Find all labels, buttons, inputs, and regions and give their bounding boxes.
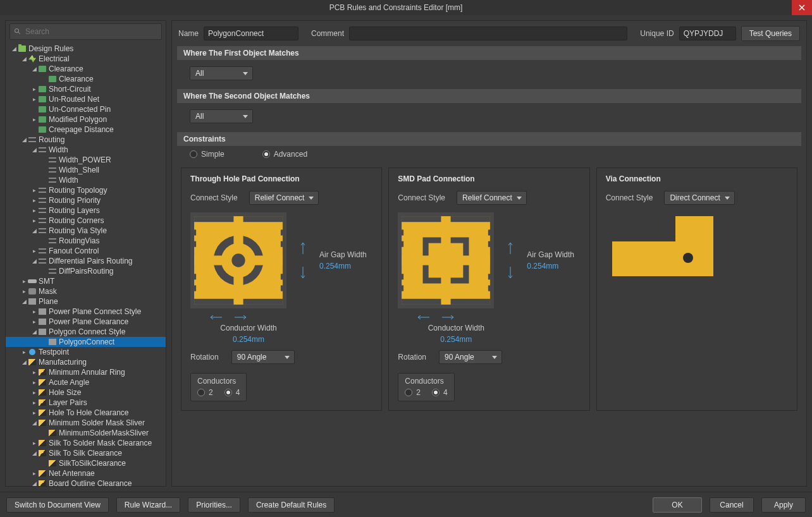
collapse-icon[interactable]: ▸ <box>31 399 37 406</box>
expand-icon[interactable]: ◢ <box>31 228 37 234</box>
tree-item[interactable]: ◢Clearance <box>6 64 166 74</box>
tree-item[interactable]: ▸Power Plane Clearance <box>6 317 166 327</box>
tree-item[interactable]: Creepage Distance <box>6 125 166 135</box>
collapse-icon[interactable]: ▸ <box>31 369 37 375</box>
expand-icon[interactable]: ◢ <box>31 66 37 72</box>
tree-item[interactable]: ◢Manufacturing <box>6 357 166 367</box>
tree-item[interactable]: ◢Plane <box>6 296 166 307</box>
expand-icon[interactable]: ◢ <box>31 258 37 264</box>
tree-item[interactable]: ◢Routing <box>6 135 166 145</box>
tree-item[interactable]: ◢Design Rules <box>6 44 166 54</box>
test-queries-button[interactable]: Test Queries <box>741 26 800 41</box>
expand-icon[interactable]: ◢ <box>21 137 27 143</box>
air-gap-value[interactable]: 0.254mm <box>527 262 574 271</box>
mode-simple-radio[interactable]: Simple <box>190 150 225 159</box>
priorities-button[interactable]: Priorities... <box>188 497 240 513</box>
tree-item[interactable]: DiffPairsRouting <box>6 266 166 276</box>
th-conductors-2-radio[interactable]: 2 <box>197 388 213 397</box>
tree-item[interactable]: Width <box>6 175 166 185</box>
collapse-icon[interactable]: ▸ <box>31 86 37 92</box>
tree-item[interactable]: PolygonConnect <box>6 337 166 347</box>
collapse-icon[interactable]: ▸ <box>31 440 37 446</box>
conductor-width-value[interactable]: 0.254mm <box>440 335 472 344</box>
tree-item[interactable]: ▸Routing Priority <box>6 195 166 205</box>
uniqueid-field[interactable] <box>679 27 736 40</box>
collapse-icon[interactable]: ▸ <box>31 389 37 396</box>
comment-field[interactable] <box>349 27 627 40</box>
conductor-width-value[interactable]: 0.254mm <box>233 335 264 344</box>
tree-item[interactable]: ◢Polygon Connect Style <box>6 327 166 337</box>
th-connect-style-dropdown[interactable]: Relief Connect <box>249 191 319 205</box>
tree-item[interactable]: Width_POWER <box>6 155 166 165</box>
tree-item[interactable]: ▸SMT <box>6 276 166 286</box>
tree-item[interactable]: ▸Short-Circuit <box>6 84 166 94</box>
tree-item[interactable]: ◢Silk To Silk Clearance <box>6 448 166 458</box>
tree-item[interactable]: ▸Modified Polygon <box>6 114 166 125</box>
tree-item[interactable]: ◢Differential Pairs Routing <box>6 256 166 266</box>
tree-item[interactable]: SilkToSilkClearance <box>6 458 166 468</box>
tree-item[interactable]: ◢Routing Via Style <box>6 226 166 236</box>
via-connect-style-dropdown[interactable]: Direct Connect <box>664 191 734 205</box>
collapse-icon[interactable]: ▸ <box>21 278 27 284</box>
tree-item[interactable]: ◢Width <box>6 145 166 155</box>
smd-conductors-2-radio[interactable]: 2 <box>405 388 421 397</box>
collapse-icon[interactable]: ▸ <box>21 288 27 295</box>
mode-advanced-radio[interactable]: Advanced <box>262 150 307 159</box>
tree-item[interactable]: ▸Layer Pairs <box>6 398 166 408</box>
expand-icon[interactable]: ◢ <box>21 359 27 365</box>
collapse-icon[interactable]: ▸ <box>31 217 37 224</box>
collapse-icon[interactable]: ▸ <box>31 379 37 386</box>
expand-icon[interactable]: ◢ <box>11 46 17 52</box>
tree-item[interactable]: ▸Un-Routed Net <box>6 94 166 104</box>
collapse-icon[interactable]: ▸ <box>31 116 37 123</box>
cancel-button[interactable]: Cancel <box>710 497 754 513</box>
search-input[interactable] <box>25 27 157 36</box>
tree-item[interactable]: ▸Routing Layers <box>6 205 166 216</box>
create-default-rules-button[interactable]: Create Default Rules <box>248 497 335 513</box>
close-button[interactable] <box>792 0 812 15</box>
smd-rotation-dropdown[interactable]: 90 Angle <box>439 350 502 364</box>
tree-item[interactable]: ▸Routing Topology <box>6 185 166 195</box>
tree-item[interactable]: ▸Fanout Control <box>6 246 166 256</box>
tree-item[interactable]: ▸Silk To Solder Mask Clearance <box>6 438 166 448</box>
tree-item[interactable]: Clearance <box>6 74 166 84</box>
tree-item[interactable]: ◢Board Outline Clearance <box>6 478 166 486</box>
th-conductors-4-radio[interactable]: 4 <box>225 388 240 397</box>
tree-item[interactable]: RoutingVias <box>6 236 166 246</box>
collapse-icon[interactable]: ▸ <box>31 197 37 204</box>
smd-connect-style-dropdown[interactable]: Relief Connect <box>457 191 527 205</box>
first-match-scope-dropdown[interactable]: All <box>190 66 253 80</box>
tree-item[interactable]: MinimumSolderMaskSliver <box>6 428 166 438</box>
tree-item[interactable]: ▸Acute Angle <box>6 377 166 387</box>
expand-icon[interactable]: ◢ <box>31 147 37 153</box>
tree-item[interactable]: ▸Minimum Annular Ring <box>6 367 166 377</box>
collapse-icon[interactable]: ▸ <box>31 207 37 214</box>
second-match-scope-dropdown[interactable]: All <box>190 109 253 123</box>
collapse-icon[interactable]: ▸ <box>31 319 37 325</box>
tree-item[interactable]: ▸Routing Corners <box>6 216 166 226</box>
rules-tree[interactable]: ◢Design Rules◢Electrical◢ClearanceCleara… <box>6 42 166 486</box>
collapse-icon[interactable]: ▸ <box>31 470 37 477</box>
th-rotation-dropdown[interactable]: 90 Angle <box>231 350 295 364</box>
expand-icon[interactable]: ◢ <box>31 420 37 426</box>
apply-button[interactable]: Apply <box>761 497 806 513</box>
expand-icon[interactable]: ◢ <box>31 480 37 486</box>
collapse-icon[interactable]: ▸ <box>31 187 37 193</box>
expand-icon[interactable]: ◢ <box>31 329 37 335</box>
tree-item[interactable]: ▸Power Plane Connect Style <box>6 307 166 317</box>
search-box[interactable] <box>9 23 162 40</box>
expand-icon[interactable]: ◢ <box>21 298 27 305</box>
tree-item[interactable]: ▸Net Antennae <box>6 468 166 478</box>
expand-icon[interactable]: ◢ <box>21 56 27 62</box>
tree-item[interactable]: ▸Testpoint <box>6 347 166 357</box>
tree-item[interactable]: Width_Shell <box>6 165 166 175</box>
tree-item[interactable]: ▸Hole Size <box>6 387 166 398</box>
switch-doc-view-button[interactable]: Switch to Document View <box>6 497 109 513</box>
ok-button[interactable]: OK <box>653 497 702 513</box>
collapse-icon[interactable]: ▸ <box>21 349 27 355</box>
tree-item[interactable]: ◢Electrical <box>6 54 166 64</box>
collapse-icon[interactable]: ▸ <box>31 410 37 416</box>
tree-item[interactable]: ▸Hole To Hole Clearance <box>6 408 166 418</box>
rule-wizard-button[interactable]: Rule Wizard... <box>116 497 180 513</box>
name-field[interactable] <box>204 27 298 40</box>
